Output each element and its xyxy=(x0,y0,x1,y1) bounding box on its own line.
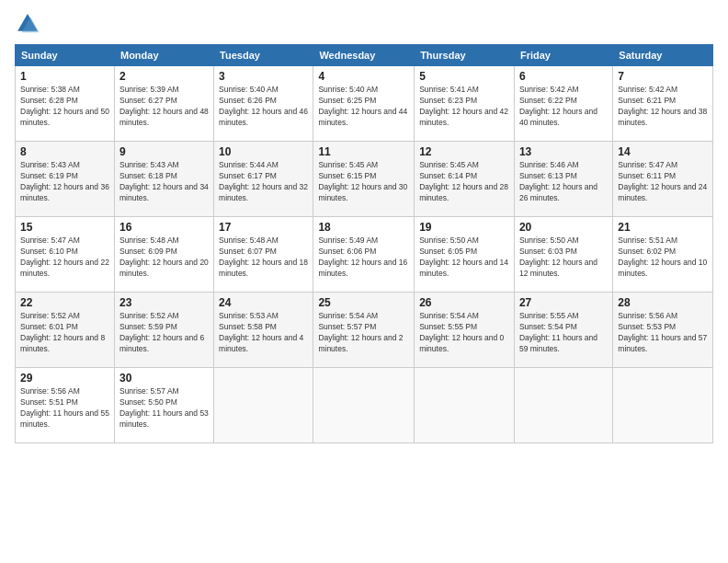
day-number: 13 xyxy=(519,145,608,158)
calendar-cell: 30Sunrise: 5:57 AMSunset: 5:50 PMDayligh… xyxy=(114,368,213,443)
day-detail: Sunrise: 5:44 AMSunset: 6:17 PMDaylight:… xyxy=(219,160,308,204)
day-detail: Sunrise: 5:48 AMSunset: 6:09 PMDaylight:… xyxy=(119,236,209,280)
calendar-cell: 1Sunrise: 5:38 AMSunset: 6:28 PMDaylight… xyxy=(16,66,115,142)
day-detail: Sunrise: 5:42 AMSunset: 6:22 PMDaylight:… xyxy=(519,85,608,129)
calendar-page: SundayMondayTuesdayWednesdayThursdayFrid… xyxy=(0,0,728,563)
day-detail: Sunrise: 5:55 AMSunset: 5:54 PMDaylight:… xyxy=(519,311,608,355)
day-number: 25 xyxy=(318,296,409,309)
day-number: 16 xyxy=(119,221,209,234)
calendar-cell xyxy=(214,368,313,443)
day-detail: Sunrise: 5:41 AMSunset: 6:23 PMDaylight:… xyxy=(419,85,509,129)
weekday-header-tuesday: Tuesday xyxy=(214,45,313,66)
weekday-header-row: SundayMondayTuesdayWednesdayThursdayFrid… xyxy=(16,45,713,66)
calendar-cell: 10Sunrise: 5:44 AMSunset: 6:17 PMDayligh… xyxy=(214,142,313,217)
day-detail: Sunrise: 5:57 AMSunset: 5:50 PMDaylight:… xyxy=(119,386,209,431)
day-detail: Sunrise: 5:38 AMSunset: 6:28 PMDaylight:… xyxy=(20,85,109,129)
day-number: 30 xyxy=(119,372,209,385)
calendar-cell: 7Sunrise: 5:42 AMSunset: 6:21 PMDaylight… xyxy=(613,66,713,142)
calendar-cell: 6Sunrise: 5:42 AMSunset: 6:22 PMDaylight… xyxy=(514,66,612,142)
calendar-cell: 27Sunrise: 5:55 AMSunset: 5:54 PMDayligh… xyxy=(514,293,612,368)
calendar-cell: 2Sunrise: 5:39 AMSunset: 6:27 PMDaylight… xyxy=(114,66,213,142)
day-detail: Sunrise: 5:45 AMSunset: 6:15 PMDaylight:… xyxy=(318,160,409,204)
day-detail: Sunrise: 5:52 AMSunset: 5:59 PMDaylight:… xyxy=(119,311,209,355)
calendar-table: SundayMondayTuesdayWednesdayThursdayFrid… xyxy=(15,44,713,443)
day-detail: Sunrise: 5:47 AMSunset: 6:10 PMDaylight:… xyxy=(20,236,109,280)
weekday-header-monday: Monday xyxy=(114,45,213,66)
day-detail: Sunrise: 5:42 AMSunset: 6:21 PMDaylight:… xyxy=(618,85,708,129)
calendar-cell: 25Sunrise: 5:54 AMSunset: 5:57 PMDayligh… xyxy=(313,293,415,368)
day-detail: Sunrise: 5:39 AMSunset: 6:27 PMDaylight:… xyxy=(119,85,209,129)
calendar-cell: 9Sunrise: 5:43 AMSunset: 6:18 PMDaylight… xyxy=(114,142,213,217)
calendar-cell: 22Sunrise: 5:52 AMSunset: 6:01 PMDayligh… xyxy=(16,293,115,368)
day-detail: Sunrise: 5:46 AMSunset: 6:13 PMDaylight:… xyxy=(519,160,608,204)
day-detail: Sunrise: 5:51 AMSunset: 6:02 PMDaylight:… xyxy=(618,236,708,280)
weekday-header-saturday: Saturday xyxy=(613,45,713,66)
week-row-1: 1Sunrise: 5:38 AMSunset: 6:28 PMDaylight… xyxy=(16,66,713,142)
day-detail: Sunrise: 5:53 AMSunset: 5:58 PMDaylight:… xyxy=(219,311,308,355)
day-detail: Sunrise: 5:56 AMSunset: 5:53 PMDaylight:… xyxy=(618,311,708,355)
calendar-cell xyxy=(514,368,612,443)
calendar-cell: 19Sunrise: 5:50 AMSunset: 6:05 PMDayligh… xyxy=(415,217,515,293)
day-number: 2 xyxy=(119,70,209,83)
day-number: 6 xyxy=(519,70,608,83)
calendar-cell: 4Sunrise: 5:40 AMSunset: 6:25 PMDaylight… xyxy=(313,66,415,142)
calendar-cell: 26Sunrise: 5:54 AMSunset: 5:55 PMDayligh… xyxy=(415,293,515,368)
calendar-cell: 17Sunrise: 5:48 AMSunset: 6:07 PMDayligh… xyxy=(214,217,313,293)
day-number: 22 xyxy=(20,296,109,309)
day-number: 26 xyxy=(419,296,509,309)
week-row-2: 8Sunrise: 5:43 AMSunset: 6:19 PMDaylight… xyxy=(16,142,713,217)
day-number: 19 xyxy=(419,221,509,234)
calendar-cell: 20Sunrise: 5:50 AMSunset: 6:03 PMDayligh… xyxy=(514,217,612,293)
calendar-cell: 8Sunrise: 5:43 AMSunset: 6:19 PMDaylight… xyxy=(16,142,115,217)
day-number: 10 xyxy=(219,145,308,158)
day-detail: Sunrise: 5:43 AMSunset: 6:18 PMDaylight:… xyxy=(119,160,209,204)
logo-icon xyxy=(15,11,40,37)
day-number: 8 xyxy=(20,145,109,158)
day-number: 15 xyxy=(20,221,109,234)
day-detail: Sunrise: 5:40 AMSunset: 6:25 PMDaylight:… xyxy=(318,85,409,129)
calendar-cell: 14Sunrise: 5:47 AMSunset: 6:11 PMDayligh… xyxy=(613,142,713,217)
calendar-cell: 18Sunrise: 5:49 AMSunset: 6:06 PMDayligh… xyxy=(313,217,415,293)
week-row-4: 22Sunrise: 5:52 AMSunset: 6:01 PMDayligh… xyxy=(16,293,713,368)
logo xyxy=(15,11,44,37)
day-detail: Sunrise: 5:47 AMSunset: 6:11 PMDaylight:… xyxy=(618,160,708,204)
day-number: 5 xyxy=(419,70,509,83)
calendar-cell: 5Sunrise: 5:41 AMSunset: 6:23 PMDaylight… xyxy=(415,66,515,142)
day-detail: Sunrise: 5:54 AMSunset: 5:55 PMDaylight:… xyxy=(419,311,509,355)
day-number: 27 xyxy=(519,296,608,309)
day-number: 9 xyxy=(119,145,209,158)
day-number: 1 xyxy=(20,70,109,83)
calendar-cell: 23Sunrise: 5:52 AMSunset: 5:59 PMDayligh… xyxy=(114,293,213,368)
day-detail: Sunrise: 5:40 AMSunset: 6:26 PMDaylight:… xyxy=(219,85,308,129)
weekday-header-friday: Friday xyxy=(514,45,612,66)
day-detail: Sunrise: 5:49 AMSunset: 6:06 PMDaylight:… xyxy=(318,236,409,280)
day-number: 7 xyxy=(618,70,708,83)
calendar-cell: 13Sunrise: 5:46 AMSunset: 6:13 PMDayligh… xyxy=(514,142,612,217)
day-number: 3 xyxy=(219,70,308,83)
calendar-cell xyxy=(313,368,415,443)
day-detail: Sunrise: 5:52 AMSunset: 6:01 PMDaylight:… xyxy=(20,311,109,355)
calendar-cell: 21Sunrise: 5:51 AMSunset: 6:02 PMDayligh… xyxy=(613,217,713,293)
day-detail: Sunrise: 5:50 AMSunset: 6:03 PMDaylight:… xyxy=(519,236,608,280)
day-number: 14 xyxy=(618,145,708,158)
header xyxy=(15,11,713,37)
calendar-cell: 11Sunrise: 5:45 AMSunset: 6:15 PMDayligh… xyxy=(313,142,415,217)
calendar-cell: 3Sunrise: 5:40 AMSunset: 6:26 PMDaylight… xyxy=(214,66,313,142)
day-detail: Sunrise: 5:48 AMSunset: 6:07 PMDaylight:… xyxy=(219,236,308,280)
week-row-3: 15Sunrise: 5:47 AMSunset: 6:10 PMDayligh… xyxy=(16,217,713,293)
day-number: 28 xyxy=(618,296,708,309)
calendar-cell: 24Sunrise: 5:53 AMSunset: 5:58 PMDayligh… xyxy=(214,293,313,368)
day-detail: Sunrise: 5:45 AMSunset: 6:14 PMDaylight:… xyxy=(419,160,509,204)
week-row-5: 29Sunrise: 5:56 AMSunset: 5:51 PMDayligh… xyxy=(16,368,713,443)
day-number: 12 xyxy=(419,145,509,158)
weekday-header-sunday: Sunday xyxy=(16,45,115,66)
calendar-cell: 12Sunrise: 5:45 AMSunset: 6:14 PMDayligh… xyxy=(415,142,515,217)
day-detail: Sunrise: 5:54 AMSunset: 5:57 PMDaylight:… xyxy=(318,311,409,355)
weekday-header-thursday: Thursday xyxy=(415,45,515,66)
day-number: 23 xyxy=(119,296,209,309)
day-detail: Sunrise: 5:56 AMSunset: 5:51 PMDaylight:… xyxy=(20,386,109,431)
calendar-cell xyxy=(613,368,713,443)
calendar-cell: 16Sunrise: 5:48 AMSunset: 6:09 PMDayligh… xyxy=(114,217,213,293)
calendar-cell xyxy=(415,368,515,443)
day-detail: Sunrise: 5:50 AMSunset: 6:05 PMDaylight:… xyxy=(419,236,509,280)
